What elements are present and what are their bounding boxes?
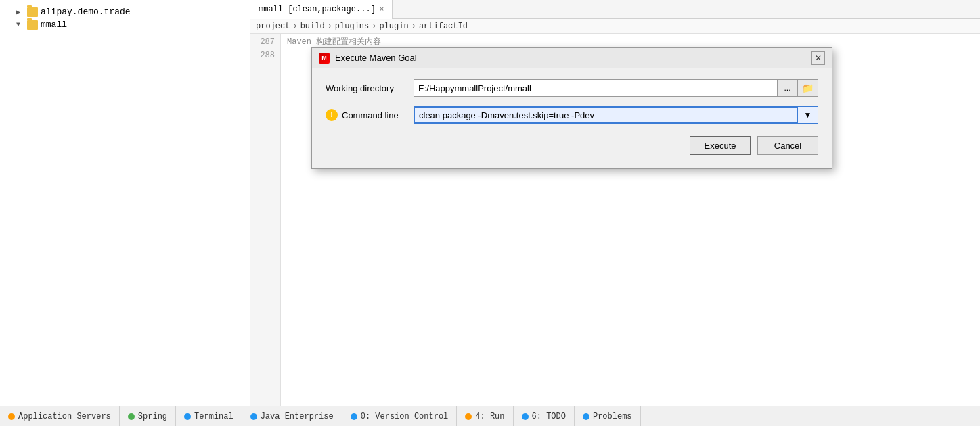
breadcrumb-separator: › bbox=[372, 22, 376, 31]
expand-arrow-icon: ▶ bbox=[16, 8, 26, 16]
sidebar-item-mmall[interactable]: ▼ mmall bbox=[0, 18, 250, 31]
breadcrumb-separator: › bbox=[411, 22, 416, 31]
status-dot-icon bbox=[465, 413, 472, 420]
command-line-label: Command line bbox=[342, 110, 399, 120]
status-dot-icon bbox=[522, 413, 529, 420]
status-label: Application Servers bbox=[18, 412, 111, 421]
browse-dots-button[interactable]: ... bbox=[778, 79, 798, 97]
folder-open-icon: 📁 bbox=[802, 82, 814, 93]
maven-icon: M bbox=[319, 53, 330, 64]
status-dot-icon bbox=[583, 413, 589, 420]
status-label: 4: Run bbox=[475, 412, 504, 421]
breadcrumb-item[interactable]: artifactId bbox=[419, 22, 468, 31]
editor-tab[interactable]: mmall [clean,package...] × bbox=[250, 0, 393, 19]
collapse-arrow-icon: ▼ bbox=[16, 21, 26, 28]
folder-icon bbox=[27, 20, 38, 30]
tab-bar: mmall [clean,package...] × bbox=[250, 0, 980, 19]
status-label: Problems bbox=[593, 412, 632, 421]
status-dot-icon bbox=[250, 413, 257, 420]
status-application-servers[interactable]: Application Servers bbox=[0, 406, 120, 427]
code-line: Maven 构建配置相关内容 bbox=[287, 35, 975, 49]
line-number: 288 bbox=[250, 49, 275, 62]
sidebar-item-label: mmall bbox=[41, 20, 67, 30]
breadcrumb-separator: › bbox=[328, 22, 332, 31]
status-java-enterprise[interactable]: Java Enterprise bbox=[242, 406, 342, 427]
sidebar-tree: ▶ alipay.demo.trade ▼ mmall bbox=[0, 0, 250, 37]
command-dropdown-button[interactable]: ▼ bbox=[798, 106, 818, 124]
cancel-button[interactable]: Cancel bbox=[757, 136, 818, 155]
sidebar-item-label: alipay.demo.trade bbox=[41, 7, 131, 17]
dialog-body: Working directory ... 📁 ! Command line bbox=[312, 68, 832, 168]
status-spring[interactable]: Spring bbox=[120, 406, 176, 427]
dialog-titlebar: M Execute Maven Goal ✕ bbox=[312, 48, 832, 68]
hint-icon: ! bbox=[326, 109, 338, 121]
dialog-close-button[interactable]: ✕ bbox=[811, 51, 825, 65]
dialog-title-left: M Execute Maven Goal bbox=[319, 53, 417, 64]
status-todo[interactable]: 6: TODO bbox=[514, 406, 575, 427]
browse-folder-button[interactable]: 📁 bbox=[798, 79, 818, 97]
status-label: Spring bbox=[138, 412, 167, 421]
command-line-row: ! Command line ▼ bbox=[326, 106, 818, 124]
execute-button[interactable]: Execute bbox=[690, 136, 751, 155]
status-dot-icon bbox=[128, 413, 135, 420]
status-version-control[interactable]: 0: Version Control bbox=[342, 406, 458, 427]
breadcrumb-separator: › bbox=[292, 22, 297, 31]
status-dot-icon bbox=[184, 413, 191, 420]
status-terminal[interactable]: Terminal bbox=[176, 406, 242, 427]
status-label: 6: TODO bbox=[532, 412, 566, 421]
status-dot-icon bbox=[351, 413, 357, 420]
command-line-input-group: ▼ bbox=[414, 106, 818, 124]
status-label: 0: Version Control bbox=[361, 412, 449, 421]
status-run[interactable]: 4: Run bbox=[457, 406, 513, 427]
breadcrumb-item[interactable]: plugins bbox=[335, 22, 369, 31]
folder-icon bbox=[27, 7, 38, 17]
dialog-title: Execute Maven Goal bbox=[335, 53, 417, 63]
status-bar: Application Servers Spring Terminal Java… bbox=[0, 406, 980, 426]
status-label: Java Enterprise bbox=[261, 412, 334, 421]
breadcrumb-item[interactable]: project bbox=[256, 22, 290, 31]
dialog-footer: Execute Cancel bbox=[326, 133, 818, 158]
working-directory-label: Working directory bbox=[326, 83, 414, 93]
tab-close-icon[interactable]: × bbox=[380, 5, 384, 14]
sidebar: ▶ alipay.demo.trade ▼ mmall bbox=[0, 0, 250, 426]
tab-label: mmall [clean,package...] bbox=[259, 5, 376, 14]
breadcrumb-item[interactable]: plugin bbox=[379, 22, 408, 31]
maven-dialog[interactable]: M Execute Maven Goal ✕ Working directory… bbox=[311, 47, 832, 169]
working-directory-input[interactable] bbox=[414, 79, 778, 97]
status-problems[interactable]: Problems bbox=[575, 406, 641, 427]
status-label: Terminal bbox=[194, 412, 233, 421]
status-dot-icon bbox=[8, 413, 15, 420]
working-directory-input-group: ... 📁 bbox=[414, 79, 818, 97]
line-number: 287 bbox=[250, 35, 275, 49]
command-line-input[interactable] bbox=[414, 106, 798, 124]
breadcrumb-item[interactable]: build bbox=[300, 22, 325, 31]
working-directory-row: Working directory ... 📁 bbox=[326, 79, 818, 97]
breadcrumb: project › build › plugins › plugin › art… bbox=[250, 19, 980, 34]
sidebar-item-alipay[interactable]: ▶ alipay.demo.trade bbox=[0, 5, 250, 18]
line-numbers: 287 288 bbox=[250, 34, 281, 406]
